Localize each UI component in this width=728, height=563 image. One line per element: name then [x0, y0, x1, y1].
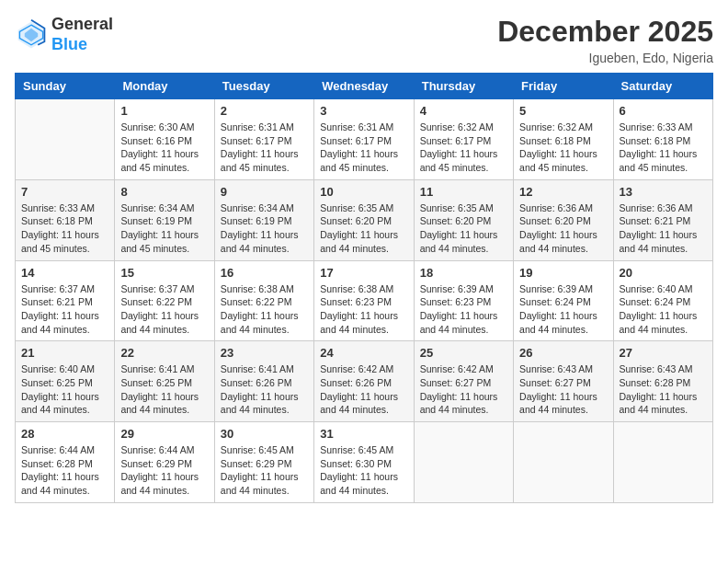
day-info: Sunrise: 6:34 AMSunset: 6:19 PMDaylight:…	[120, 201, 208, 256]
day-number: 28	[21, 427, 108, 441]
calendar-cell	[613, 422, 712, 503]
calendar-cell: 13Sunrise: 6:36 AMSunset: 6:21 PMDayligh…	[613, 179, 712, 260]
day-number: 8	[120, 185, 208, 199]
calendar-cell: 1Sunrise: 6:30 AMSunset: 6:16 PMDaylight…	[115, 99, 214, 180]
day-number: 7	[21, 185, 108, 199]
calendar-header-row: SundayMondayTuesdayWednesdayThursdayFrid…	[16, 74, 713, 99]
calendar-cell: 21Sunrise: 6:40 AMSunset: 6:25 PMDayligh…	[16, 341, 115, 422]
logo: General Blue	[15, 15, 113, 54]
day-info: Sunrise: 6:38 AMSunset: 6:22 PMDaylight:…	[221, 282, 308, 337]
day-number: 25	[420, 346, 507, 360]
day-info: Sunrise: 6:36 AMSunset: 6:21 PMDaylight:…	[620, 201, 707, 256]
calendar-cell: 17Sunrise: 6:38 AMSunset: 6:23 PMDayligh…	[314, 260, 414, 341]
day-number: 9	[221, 185, 308, 199]
calendar-week-row: 7Sunrise: 6:33 AMSunset: 6:18 PMDaylight…	[16, 179, 713, 260]
calendar-cell: 24Sunrise: 6:42 AMSunset: 6:26 PMDayligh…	[314, 341, 414, 422]
day-number: 1	[120, 104, 208, 118]
day-info: Sunrise: 6:33 AMSunset: 6:18 PMDaylight:…	[21, 201, 108, 256]
calendar-cell	[16, 99, 115, 180]
day-info: Sunrise: 6:45 AMSunset: 6:30 PMDaylight:…	[320, 443, 407, 498]
day-number: 24	[320, 346, 407, 360]
calendar-header-friday: Friday	[514, 74, 613, 99]
day-info: Sunrise: 6:31 AMSunset: 6:17 PMDaylight:…	[221, 121, 308, 175]
day-number: 22	[120, 346, 208, 360]
calendar-week-row: 21Sunrise: 6:40 AMSunset: 6:25 PMDayligh…	[16, 341, 713, 422]
calendar-header-saturday: Saturday	[613, 74, 712, 99]
calendar-cell: 28Sunrise: 6:44 AMSunset: 6:28 PMDayligh…	[16, 422, 115, 503]
day-info: Sunrise: 6:34 AMSunset: 6:19 PMDaylight:…	[221, 201, 308, 256]
calendar-cell: 27Sunrise: 6:43 AMSunset: 6:28 PMDayligh…	[613, 341, 712, 422]
location: Igueben, Edo, Nigeria	[497, 51, 713, 65]
day-info: Sunrise: 6:32 AMSunset: 6:17 PMDaylight:…	[420, 121, 507, 175]
calendar-cell: 11Sunrise: 6:35 AMSunset: 6:20 PMDayligh…	[414, 179, 513, 260]
day-info: Sunrise: 6:33 AMSunset: 6:18 PMDaylight:…	[620, 121, 707, 175]
day-info: Sunrise: 6:41 AMSunset: 6:25 PMDaylight:…	[120, 362, 208, 417]
calendar-cell: 31Sunrise: 6:45 AMSunset: 6:30 PMDayligh…	[314, 422, 414, 503]
calendar-cell: 30Sunrise: 6:45 AMSunset: 6:29 PMDayligh…	[214, 422, 313, 503]
day-info: Sunrise: 6:31 AMSunset: 6:17 PMDaylight:…	[320, 121, 407, 175]
calendar-cell: 8Sunrise: 6:34 AMSunset: 6:19 PMDaylight…	[115, 179, 214, 260]
day-info: Sunrise: 6:44 AMSunset: 6:29 PMDaylight:…	[120, 443, 208, 498]
day-number: 4	[420, 104, 507, 118]
day-number: 17	[320, 266, 407, 280]
calendar-cell: 26Sunrise: 6:43 AMSunset: 6:27 PMDayligh…	[514, 341, 613, 422]
day-number: 11	[420, 185, 507, 199]
day-info: Sunrise: 6:42 AMSunset: 6:26 PMDaylight:…	[320, 362, 407, 417]
calendar-header-tuesday: Tuesday	[214, 74, 313, 99]
title-block: December 2025 Igueben, Edo, Nigeria	[497, 15, 713, 65]
day-number: 13	[620, 185, 707, 199]
calendar-cell: 16Sunrise: 6:38 AMSunset: 6:22 PMDayligh…	[214, 260, 313, 341]
calendar-cell: 5Sunrise: 6:32 AMSunset: 6:18 PMDaylight…	[514, 99, 613, 180]
day-info: Sunrise: 6:45 AMSunset: 6:29 PMDaylight:…	[221, 443, 308, 498]
day-info: Sunrise: 6:40 AMSunset: 6:25 PMDaylight:…	[21, 362, 108, 417]
day-info: Sunrise: 6:44 AMSunset: 6:28 PMDaylight:…	[21, 443, 108, 498]
day-info: Sunrise: 6:37 AMSunset: 6:21 PMDaylight:…	[21, 282, 108, 337]
calendar-header-wednesday: Wednesday	[314, 74, 414, 99]
calendar-week-row: 14Sunrise: 6:37 AMSunset: 6:21 PMDayligh…	[16, 260, 713, 341]
logo-general: General	[51, 15, 113, 33]
day-number: 27	[620, 346, 707, 360]
logo-text: General Blue	[51, 15, 113, 54]
calendar-cell: 19Sunrise: 6:39 AMSunset: 6:24 PMDayligh…	[514, 260, 613, 341]
calendar-header-sunday: Sunday	[16, 74, 115, 99]
calendar-cell: 6Sunrise: 6:33 AMSunset: 6:18 PMDaylight…	[613, 99, 712, 180]
day-number: 31	[320, 427, 407, 441]
calendar-cell: 15Sunrise: 6:37 AMSunset: 6:22 PMDayligh…	[115, 260, 214, 341]
page-header: General Blue December 2025 Igueben, Edo,…	[15, 15, 713, 65]
calendar-cell: 2Sunrise: 6:31 AMSunset: 6:17 PMDaylight…	[214, 99, 313, 180]
calendar-cell: 9Sunrise: 6:34 AMSunset: 6:19 PMDaylight…	[214, 179, 313, 260]
day-info: Sunrise: 6:35 AMSunset: 6:20 PMDaylight:…	[420, 201, 507, 256]
day-number: 10	[320, 185, 407, 199]
day-info: Sunrise: 6:41 AMSunset: 6:26 PMDaylight:…	[221, 362, 308, 417]
day-number: 5	[519, 104, 607, 118]
day-info: Sunrise: 6:39 AMSunset: 6:23 PMDaylight:…	[420, 282, 507, 337]
logo-icon	[15, 18, 48, 52]
day-number: 3	[320, 104, 407, 118]
day-number: 15	[120, 266, 208, 280]
day-info: Sunrise: 6:39 AMSunset: 6:24 PMDaylight:…	[519, 282, 607, 337]
day-info: Sunrise: 6:35 AMSunset: 6:20 PMDaylight:…	[320, 201, 407, 256]
day-number: 14	[21, 266, 108, 280]
calendar-header-thursday: Thursday	[414, 74, 513, 99]
calendar-cell: 22Sunrise: 6:41 AMSunset: 6:25 PMDayligh…	[115, 341, 214, 422]
day-number: 2	[221, 104, 308, 118]
day-number: 19	[519, 266, 607, 280]
month-title: December 2025	[497, 15, 713, 49]
calendar-cell: 10Sunrise: 6:35 AMSunset: 6:20 PMDayligh…	[314, 179, 414, 260]
calendar-cell	[414, 422, 513, 503]
day-number: 16	[221, 266, 308, 280]
calendar-header-monday: Monday	[115, 74, 214, 99]
day-number: 21	[21, 346, 108, 360]
calendar-cell: 29Sunrise: 6:44 AMSunset: 6:29 PMDayligh…	[115, 422, 214, 503]
calendar-cell: 12Sunrise: 6:36 AMSunset: 6:20 PMDayligh…	[514, 179, 613, 260]
logo-blue: Blue	[51, 35, 87, 53]
calendar-cell: 18Sunrise: 6:39 AMSunset: 6:23 PMDayligh…	[414, 260, 513, 341]
calendar-cell: 14Sunrise: 6:37 AMSunset: 6:21 PMDayligh…	[16, 260, 115, 341]
day-info: Sunrise: 6:38 AMSunset: 6:23 PMDaylight:…	[320, 282, 407, 337]
calendar-cell: 23Sunrise: 6:41 AMSunset: 6:26 PMDayligh…	[214, 341, 313, 422]
calendar-table: SundayMondayTuesdayWednesdayThursdayFrid…	[15, 73, 713, 503]
day-number: 26	[519, 346, 607, 360]
calendar-cell: 7Sunrise: 6:33 AMSunset: 6:18 PMDaylight…	[16, 179, 115, 260]
day-info: Sunrise: 6:30 AMSunset: 6:16 PMDaylight:…	[120, 121, 208, 175]
day-number: 6	[620, 104, 707, 118]
